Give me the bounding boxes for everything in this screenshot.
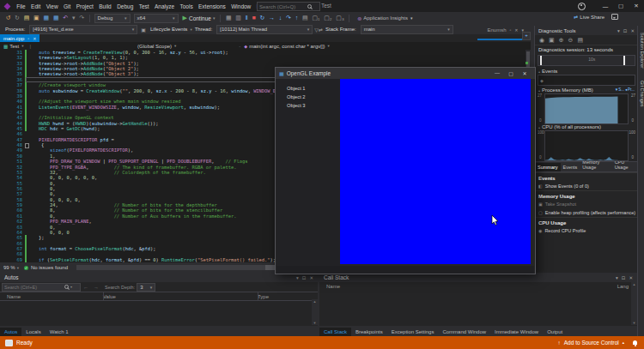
zoom-out-icon[interactable]: ⊖ [568,37,574,44]
application-insights-button[interactable]: ⊚ Application Insights ▾ [357,15,412,21]
menu-item[interactable]: Analyze [152,3,178,9]
window-position-icon[interactable]: ▾ [616,275,618,280]
autos-tab[interactable]: Locals [21,328,45,336]
feedback-icon[interactable] [5,340,13,346]
watch-search-input[interactable] [4,285,64,290]
menu-item[interactable]: Window [228,3,254,9]
save-all-icon[interactable]: ▦ [52,13,61,23]
close-icon[interactable]: ✕ [514,27,518,33]
save-icon[interactable]: ▦ [41,13,51,23]
maximize-button[interactable]: ▢ [613,3,629,9]
tree-item[interactable]: Object 3 [276,101,340,110]
opengl-window-title-bar[interactable]: ▦ OpenGL Example — ▢ ✕ [276,68,535,79]
diagnostics-tab[interactable]: Events [561,163,580,171]
window-position-icon[interactable]: ▾ [617,28,620,33]
lifecycle-icon[interactable]: ▣ [141,27,146,33]
side-tab[interactable]: Solution Explorer [638,33,644,69]
quick-search-box[interactable] [257,2,320,11]
breadcrumb-scope[interactable]: (Global Scope) [137,44,172,49]
undo-icon[interactable]: ↶ [61,13,70,23]
column-name[interactable]: Name [319,284,340,289]
step-over-icon[interactable]: ↷ [284,13,294,23]
menu-item[interactable]: Debug [114,3,137,9]
process-dropdown[interactable]: [4916] Test_d.exe▾ [29,25,137,34]
column-value[interactable]: Value [103,294,258,299]
screenshot-icon[interactable]: ▦ [223,13,233,23]
scroll-up-icon[interactable]: ▲ [631,282,637,286]
menu-item[interactable]: Extensions [196,3,228,9]
health-indicator[interactable]: No issues found [31,265,68,270]
search-prev-icon[interactable]: ← [83,285,88,290]
flag-threads-icon[interactable]: ⇄ [319,27,323,33]
open-file-icon[interactable]: ▣ [32,13,41,23]
call-stack-tab[interactable]: Output [543,328,567,336]
tree-item[interactable]: Object 2 [276,93,340,101]
memory-chart-header[interactable]: ▴Process Memory (MB) ▼S... ●Pr... [535,86,638,93]
breadcrumb-project[interactable]: Test [9,44,19,49]
tab-main-cpp[interactable]: main.cpp ▫ ✕ [0,34,39,42]
timeline-current-handle[interactable] [623,56,625,65]
account-avatar[interactable] [578,3,586,10]
redo-icon[interactable]: ↷ [77,13,87,23]
pin-icon[interactable]: ⊡ [623,28,628,33]
maximize-button[interactable]: ▢ [504,70,518,76]
tab-list-icon[interactable]: ▫ [510,27,512,33]
call-stack-scrollbar[interactable]: ▲ ▼ [631,282,637,325]
close-icon[interactable]: ✕ [629,275,633,280]
zoom-in-icon[interactable]: ⊕ [559,37,564,44]
menu-item[interactable]: Git [61,3,74,9]
show-next-statement-icon[interactable]: → [267,13,277,23]
autos-title-bar[interactable]: Autos ▾ ⊡ ✕ [0,273,318,282]
window-layout-1-icon[interactable]: ▢₁ [310,13,322,23]
column-type[interactable]: Type [258,294,269,299]
heap-profiling-button[interactable]: ▢ Enable heap profiling (affects perform… [535,208,638,217]
menu-item[interactable]: Project [73,3,96,9]
window-layout-2-icon[interactable]: ▢₂ [322,13,334,23]
add-to-source-control-button[interactable]: Add to Source Control [564,340,619,346]
restart-icon[interactable]: ↻ [258,13,267,23]
feedback-icon[interactable] [611,14,618,20]
reset-view-icon[interactable]: ▤ [577,37,583,44]
scroll-up-icon[interactable]: ▲ [312,299,318,304]
opengl-viewport[interactable] [340,79,531,264]
opengl-example-window[interactable]: ▦ OpenGL Example — ▢ ✕ Object 1Object 2O… [275,67,536,274]
call-stack-tab[interactable]: Immediate Window [490,328,543,336]
events-track[interactable]: ◆ [538,75,635,86]
close-icon[interactable]: ✕ [309,275,313,280]
autos-tab[interactable]: Watch 1 [46,328,73,336]
live-share-button[interactable]: ⇄ Live Share [574,14,618,20]
close-tab-icon[interactable]: ✕ [33,36,36,41]
scroll-down-icon[interactable]: ▼ [631,321,637,325]
platform-dropdown[interactable]: x64▾ [134,14,179,23]
nav-forward-icon[interactable]: ↻ [13,13,22,23]
take-snapshot-button[interactable]: ▣ Take Snapshot [535,200,638,208]
pin-icon[interactable]: ⊡ [622,275,626,280]
pause-icon[interactable]: ‖ [243,13,250,23]
continue-button[interactable]: ▶ Continue ▾ [183,15,216,21]
stop-icon[interactable]: ■ [250,13,258,23]
timeline-ruler[interactable]: 10s [538,55,635,66]
diagnostics-tab[interactable]: Summary [535,163,561,171]
thread-dropdown[interactable]: [10112] Main Thread▾ [216,25,313,34]
menu-item[interactable]: Tools [177,3,196,9]
window-layout-3-icon[interactable]: ▢₃ [334,13,346,23]
autos-tab[interactable]: Autos [0,328,21,336]
minimize-button[interactable]: — [490,70,504,76]
timeline-icon[interactable]: ▣ [549,37,555,44]
menu-item[interactable]: Build [96,3,114,9]
call-stack-tab[interactable]: Exception Settings [387,328,439,336]
close-button[interactable]: ✕ [629,3,644,9]
close-icon[interactable]: ✕ [630,28,635,33]
breadcrumb-member[interactable]: main(int argc, const char * argv[]) [249,44,325,49]
watch-search-box[interactable]: ▾ [2,283,81,292]
window-position-icon[interactable]: ▾ [296,275,299,280]
call-stack-tab[interactable]: Breakpoints [351,328,387,336]
column-name[interactable]: Name [0,294,103,299]
search-depth-dropdown[interactable]: 3▾ [137,283,155,292]
call-stack-tab[interactable]: Call Stack [319,328,351,336]
show-events-link[interactable]: ◧ Show Events (0 of 0) [535,182,638,190]
close-button[interactable]: ✕ [518,70,532,76]
scroll-down-icon[interactable]: ▼ [312,321,318,325]
step-into-icon[interactable]: ↓ [276,13,283,23]
pin-tab-icon[interactable]: ▫ [27,36,29,41]
